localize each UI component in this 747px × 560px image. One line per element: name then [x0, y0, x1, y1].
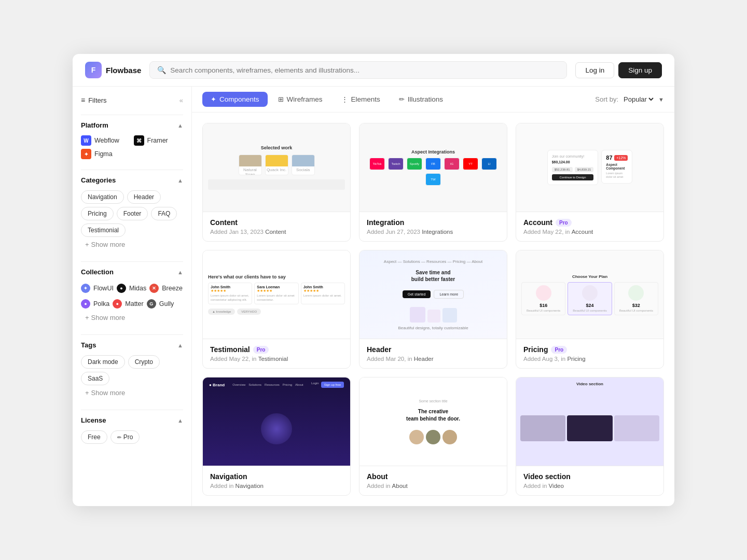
framer-logo: ⌘: [134, 135, 144, 146]
card-pricing[interactable]: Choose Your Plan $16 Beautiful UI compon…: [516, 250, 664, 369]
app-window: F Flowbase 🔍 Log in Sign up ≡ Filters «: [73, 54, 674, 506]
card-video[interactable]: Video section Video section Added in Vid: [516, 377, 664, 496]
license-title: License: [81, 416, 106, 424]
card-integration-thumb: Aspect Integrations TikTok Twitch Spotif…: [359, 123, 507, 212]
cards-grid: Selected work Natural Soap Quack Inc.: [202, 123, 664, 496]
framer-label: Framer: [147, 137, 168, 144]
tab-illustrations[interactable]: ✏ Illustrations: [391, 92, 451, 107]
platform-list: W Webflow ⌘ Framer ✦ Figma: [81, 135, 183, 159]
card-content-title: Content: [210, 218, 343, 227]
license-section-header: License ▲: [81, 416, 183, 424]
thumb-selected-work-text: Selected work: [261, 145, 293, 150]
midas-label: Midas: [129, 285, 146, 292]
card-about[interactable]: Some section title The creativeteam behi…: [359, 377, 507, 496]
signup-button[interactable]: Sign up: [618, 62, 662, 78]
collection-section-header: Collection ▲: [81, 268, 183, 276]
pricing-pro-badge: Pro: [551, 346, 567, 354]
logo-text: Flowbase: [106, 66, 141, 75]
figma-label: Figma: [94, 150, 113, 158]
card-testimonial-title: Testimonial Pro: [210, 345, 343, 354]
collection-item-gully[interactable]: G Gully: [147, 298, 174, 310]
sidebar-platform-section: Platform ▲ W Webflow ⌘ Framer ✦ Figma: [81, 121, 183, 159]
breeze-icon: ✕: [149, 284, 159, 293]
tab-wireframes-label: Wireframes: [287, 95, 323, 103]
card-navigation[interactable]: ● Brand Overview Solutions Resources Pri…: [202, 377, 351, 496]
collection-chevron[interactable]: ▲: [177, 269, 183, 275]
illustrations-icon: ✏: [399, 95, 405, 103]
collection-item-polka[interactable]: ● Polka: [81, 298, 109, 310]
tag-crypto[interactable]: Crypto: [128, 355, 160, 369]
tag-faq[interactable]: FAQ: [151, 207, 177, 220]
tags-chevron[interactable]: ▲: [177, 342, 183, 348]
card-header[interactable]: Aspect — Solutions — Resources — Pricing…: [359, 250, 507, 369]
tags-show-more[interactable]: + Show more: [81, 386, 183, 399]
tag-darkmode[interactable]: Dark mode: [81, 355, 125, 369]
card-integration[interactable]: Aspect Integrations TikTok Twitch Spotif…: [359, 123, 507, 242]
elements-icon: ⋮: [341, 95, 348, 103]
sort-select[interactable]: Popular Newest Oldest: [621, 95, 655, 104]
tag-pro[interactable]: ✏ Pro: [110, 430, 140, 444]
collection-item-breeze[interactable]: ✕ Breeze: [149, 282, 183, 295]
collection-item-flowui[interactable]: ✦ FlowUI: [81, 282, 114, 295]
sidebar-tags-section: Tags ▲ Dark mode Crypto SaaS + Show more: [81, 341, 183, 399]
categories-tags: Navigation Header Pricing Footer FAQ Tes…: [81, 190, 183, 237]
tag-saas[interactable]: SaaS: [81, 372, 109, 385]
components-icon: ✦: [211, 95, 216, 103]
tab-wireframes[interactable]: ⊞ Wireframes: [270, 92, 331, 107]
tags-title: Tags: [81, 341, 96, 349]
categories-show-more[interactable]: + Show more: [81, 238, 183, 251]
collection-item-midas[interactable]: ● Midas: [117, 282, 146, 295]
body-area: ≡ Filters « Platform ▲ W Webflow: [73, 87, 674, 506]
card-navigation-meta: Added in Navigation: [210, 483, 343, 489]
card-content-meta: Added Jan 13, 2023 Content: [210, 229, 343, 235]
tag-free[interactable]: Free: [81, 430, 107, 444]
platform-title: Platform: [81, 121, 108, 129]
login-button[interactable]: Log in: [575, 62, 614, 78]
sort-area: Sort by: Popular Newest Oldest ▼: [595, 95, 664, 104]
card-account-title: Account Pro: [523, 218, 656, 227]
search-bar[interactable]: 🔍: [149, 61, 567, 79]
card-testimonial-info: Testimonial Pro Added May 22, in Testimo…: [203, 339, 350, 368]
tag-header[interactable]: Header: [127, 190, 161, 204]
card-navigation-thumb: ● Brand Overview Solutions Resources Pri…: [203, 377, 350, 466]
search-input[interactable]: [170, 66, 559, 74]
categories-chevron[interactable]: ▲: [177, 177, 183, 184]
filters-btn[interactable]: ≡ Filters: [81, 96, 107, 104]
tag-testimonial[interactable]: Testimonial: [81, 223, 126, 237]
logo-icon: F: [85, 62, 102, 78]
card-content[interactable]: Selected work Natural Soap Quack Inc.: [202, 123, 351, 242]
tab-components[interactable]: ✦ Components: [202, 92, 268, 107]
card-account[interactable]: Join our community! $60,124.00 $52,239.8…: [516, 123, 664, 242]
collection-item-matter[interactable]: ● Matter: [113, 298, 143, 310]
collection-show-more[interactable]: + Show more: [81, 311, 183, 324]
breeze-label: Breeze: [162, 285, 183, 292]
card-about-info: About Added in About: [359, 466, 507, 495]
gully-icon: G: [147, 299, 156, 309]
card-about-title: About: [367, 472, 500, 481]
tag-footer[interactable]: Footer: [117, 207, 148, 220]
collapse-sidebar-icon[interactable]: «: [179, 96, 183, 104]
card-content-thumb: Selected work Natural Soap Quack Inc.: [203, 123, 350, 212]
card-navigation-title: Navigation: [210, 472, 343, 481]
sidebar-divider-2: [81, 170, 183, 170]
testimonial-pro-badge: Pro: [253, 346, 269, 354]
card-about-meta: Added in About: [367, 483, 500, 489]
license-chevron[interactable]: ▲: [177, 417, 183, 424]
tab-elements[interactable]: ⋮ Elements: [333, 92, 389, 107]
card-header-title: Header: [367, 345, 500, 354]
card-testimonial[interactable]: Here's what our clients have to say John…: [202, 250, 351, 369]
tag-pricing[interactable]: Pricing: [81, 207, 114, 220]
card-video-thumb: Video section: [516, 377, 663, 466]
tab-elements-label: Elements: [351, 95, 380, 103]
categories-section-header: Categories ▲: [81, 176, 183, 184]
card-account-info: Account Pro Added May 22, in Account: [516, 212, 663, 241]
tag-navigation[interactable]: Navigation: [81, 190, 124, 204]
header-actions: Log in Sign up: [575, 62, 662, 78]
platform-item-figma[interactable]: ✦ Figma: [81, 149, 131, 159]
platform-chevron[interactable]: ▲: [177, 122, 183, 129]
sort-label: Sort by:: [595, 95, 618, 103]
flowui-label: FlowUI: [93, 285, 114, 292]
sidebar-divider-4: [81, 334, 183, 335]
platform-item-framer[interactable]: ⌘ Framer: [134, 135, 184, 146]
platform-item-webflow[interactable]: W Webflow: [81, 135, 131, 146]
